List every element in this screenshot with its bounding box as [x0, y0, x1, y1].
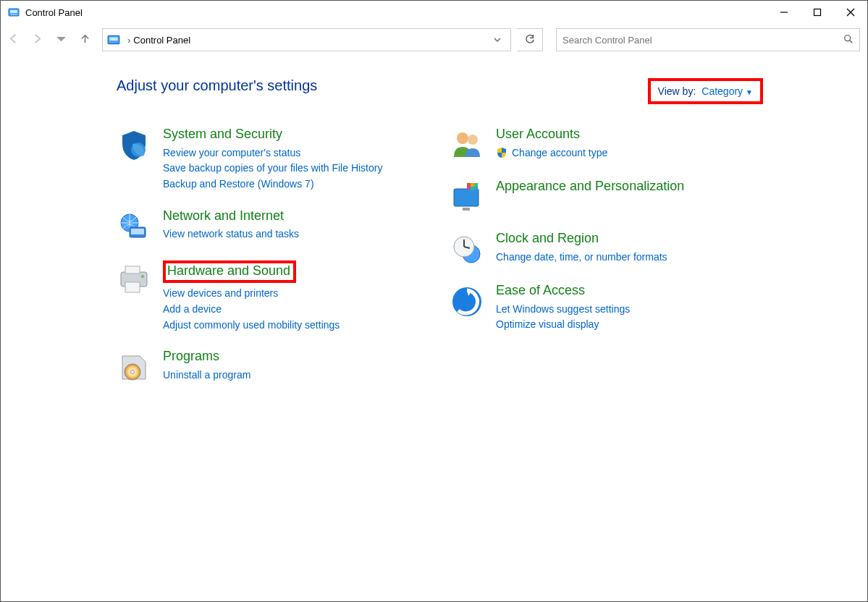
window-title: Control Panel	[25, 7, 83, 18]
refresh-button[interactable]	[517, 28, 543, 51]
svg-rect-1	[10, 10, 17, 13]
titlebar: Control Panel	[1, 1, 867, 24]
shield-icon	[117, 128, 151, 163]
svg-point-23	[457, 132, 468, 144]
back-button[interactable]	[8, 33, 19, 46]
control-panel-app-icon	[8, 7, 20, 18]
search-box[interactable]	[556, 28, 860, 51]
content-area: Adjust your computer's settings System a…	[1, 56, 867, 401]
up-button[interactable]	[80, 33, 90, 46]
search-icon	[843, 34, 854, 46]
globe-network-icon	[117, 210, 151, 245]
category-title-programs[interactable]: Programs	[163, 349, 219, 365]
task-link[interactable]: View devices and printers	[163, 286, 340, 302]
chevron-right-icon[interactable]: ›	[127, 35, 130, 46]
task-link[interactable]: Backup and Restore (Windows 7)	[163, 177, 382, 192]
category-title-ease[interactable]: Ease of Access	[496, 283, 585, 299]
task-link[interactable]: Save backup copies of your files with Fi…	[163, 161, 382, 177]
svg-rect-6	[814, 9, 821, 16]
uac-shield-icon	[496, 147, 507, 158]
printer-icon	[117, 262, 151, 297]
category-title-user[interactable]: User Accounts	[496, 127, 580, 143]
category-programs: Programs Uninstall a program	[117, 349, 413, 385]
category-hardware: Hardware and Sound View devices and prin…	[117, 260, 413, 334]
category-title-system[interactable]: System and Security	[163, 127, 282, 143]
category-user-accounts: User Accounts Change account type	[450, 127, 746, 163]
category-appearance: Appearance and Personalization	[450, 179, 746, 215]
svg-rect-25	[454, 189, 479, 206]
svg-rect-26	[463, 208, 470, 211]
address-bar[interactable]: › Control Panel	[102, 28, 511, 51]
svg-point-11	[845, 35, 851, 41]
svg-rect-19	[125, 282, 140, 292]
task-link[interactable]: Add a device	[163, 302, 340, 318]
category-network: Network and Internet View network status…	[117, 208, 413, 245]
svg-rect-10	[109, 38, 117, 41]
task-link[interactable]: Uninstall a program	[163, 368, 250, 383]
svg-point-3	[13, 14, 14, 15]
task-link[interactable]: Change account type	[512, 145, 607, 161]
users-icon	[450, 128, 484, 163]
category-title-appearance[interactable]: Appearance and Personalization	[496, 179, 684, 195]
category-title-hardware[interactable]: Hardware and Sound	[163, 260, 296, 284]
svg-point-4	[15, 14, 17, 15]
task-link[interactable]: View network status and tasks	[163, 226, 299, 242]
svg-point-22	[131, 370, 135, 374]
view-by-selector[interactable]: View by: Category▼	[648, 78, 763, 104]
svg-rect-18	[125, 266, 140, 274]
svg-line-12	[850, 40, 853, 43]
category-clock-region: Clock and Region Change date, time, or n…	[450, 231, 746, 267]
category-ease-of-access: Ease of Access Let Windows suggest setti…	[450, 283, 746, 333]
ease-of-access-icon	[450, 284, 484, 319]
svg-rect-31	[471, 187, 474, 190]
task-link[interactable]: Change date, time, or number formats	[496, 250, 667, 266]
clock-globe-icon	[450, 232, 484, 267]
task-link[interactable]: Let Windows suggest settings	[496, 302, 630, 318]
nav-arrows	[8, 33, 90, 46]
svg-point-2	[11, 14, 12, 15]
svg-rect-30	[467, 187, 471, 190]
view-by-value[interactable]: Category▼	[701, 85, 753, 97]
toolbar: › Control Panel	[1, 24, 867, 56]
forward-button[interactable]	[32, 33, 43, 46]
svg-point-20	[141, 275, 144, 278]
svg-rect-27	[467, 183, 471, 187]
window-controls	[767, 1, 867, 24]
maximize-button[interactable]	[801, 1, 834, 24]
view-by-label: View by:	[658, 85, 696, 97]
svg-rect-29	[474, 183, 478, 187]
search-input[interactable]	[562, 35, 843, 46]
recent-button[interactable]	[56, 33, 67, 46]
svg-rect-28	[471, 183, 474, 187]
category-system-security: System and Security Review your computer…	[117, 127, 413, 192]
svg-point-24	[468, 135, 478, 145]
breadcrumb[interactable]: Control Panel	[133, 35, 190, 46]
monitor-colors-icon	[450, 180, 484, 215]
svg-rect-32	[474, 187, 478, 190]
minimize-button[interactable]	[767, 1, 801, 24]
svg-rect-16	[131, 229, 144, 234]
category-title-clock[interactable]: Clock and Region	[496, 231, 599, 247]
task-link[interactable]: Adjust commonly used mobility settings	[163, 318, 340, 334]
task-link[interactable]: Optimize visual display	[496, 317, 630, 333]
category-title-network[interactable]: Network and Internet	[163, 208, 284, 224]
control-panel-icon	[107, 33, 120, 46]
chevron-down-icon: ▼	[746, 88, 753, 96]
task-link[interactable]: Review your computer's status	[163, 145, 382, 161]
close-button[interactable]	[834, 1, 867, 24]
disc-box-icon	[117, 350, 151, 385]
address-dropdown[interactable]	[484, 35, 510, 44]
